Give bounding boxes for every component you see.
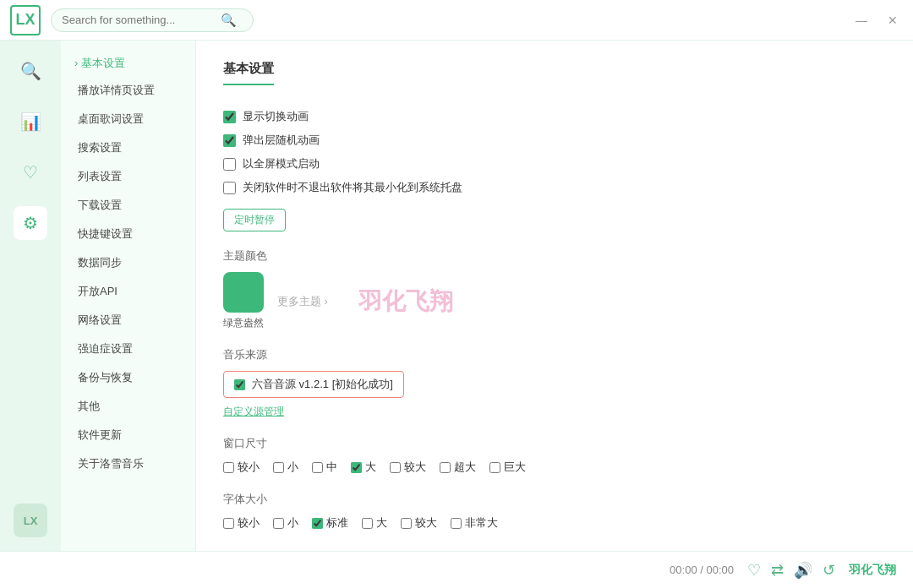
checkbox-row-1: 弹出层随机动画: [223, 133, 886, 148]
nav-item-backup[interactable]: 备份与恢复: [61, 363, 195, 392]
nav-item-network[interactable]: 网络设置: [61, 306, 195, 335]
more-theme-link[interactable]: 更多主题 ›: [277, 294, 328, 309]
theme-row: 绿意盎然 更多主题 › 羽化飞翔: [223, 272, 886, 330]
sidebar-bottom: LX: [14, 504, 47, 537]
nav-item-update[interactable]: 软件更新: [61, 421, 195, 449]
manage-source-button[interactable]: 自定义源管理: [223, 405, 284, 419]
nav-item-datasync[interactable]: 数据同步: [61, 248, 195, 277]
nav-item-other[interactable]: 其他: [61, 392, 195, 421]
size-cb-3[interactable]: [351, 462, 362, 473]
search-input[interactable]: [62, 14, 214, 26]
footer-repeat-icon[interactable]: ↺: [823, 561, 835, 580]
sidebar-logo-bottom: LX: [14, 504, 47, 537]
minimize-button[interactable]: —: [850, 12, 872, 29]
size-label-4: 较大: [404, 460, 426, 475]
title-bar-left: LX 🔍: [10, 5, 254, 35]
checkbox-label-0: 显示切换动画: [243, 109, 309, 124]
nav-item-desktop-lyrics[interactable]: 桌面歌词设置: [61, 105, 195, 133]
checkbox-row-2: 以全屏模式启动: [223, 156, 886, 172]
font-size-section: 字体大小 较小 小 标准 大: [223, 492, 886, 531]
checkbox-animation[interactable]: [223, 111, 236, 123]
size-cb-1[interactable]: [273, 462, 284, 473]
theme-swatch[interactable]: [223, 272, 264, 313]
font-opt-4: 较大: [401, 515, 437, 531]
size-cb-6[interactable]: [489, 462, 500, 473]
theme-watermark: 羽化飞翔: [358, 286, 453, 318]
checkbox-row-3: 关闭软件时不退出软件将其最小化到系统托盘: [223, 180, 886, 195]
size-cb-0[interactable]: [223, 462, 234, 473]
size-cb-5[interactable]: [440, 462, 451, 473]
size-opt-6: 巨大: [489, 460, 526, 475]
footer-watermark: 羽化飞翔: [849, 563, 896, 578]
checkbox-popup-anim[interactable]: [223, 134, 236, 147]
font-cb-2[interactable]: [312, 518, 323, 529]
font-opt-3: 大: [362, 515, 387, 531]
footer-volume-icon[interactable]: 🔊: [794, 561, 812, 580]
font-cb-5[interactable]: [451, 518, 462, 529]
font-label-1: 小: [287, 515, 298, 531]
size-label-1: 小: [287, 460, 298, 475]
title-bar: LX 🔍 — ✕: [0, 0, 913, 41]
font-opt-1: 小: [273, 515, 298, 531]
size-label-3: 大: [365, 460, 376, 475]
checkbox-row-0: 显示切换动画: [223, 109, 886, 124]
nav-item-download[interactable]: 下载设置: [61, 191, 195, 220]
nav-item-ocd[interactable]: 强迫症设置: [61, 335, 195, 363]
checkbox-label-3: 关闭软件时不退出软件将其最小化到系统托盘: [243, 180, 462, 195]
size-opt-2: 中: [312, 460, 337, 475]
close-button[interactable]: ✕: [883, 12, 903, 29]
nav-item-search[interactable]: 搜索设置: [61, 133, 195, 162]
window-size-label: 窗口尺寸: [223, 436, 886, 451]
font-cb-4[interactable]: [401, 518, 412, 529]
source-checkbox[interactable]: [234, 379, 245, 390]
font-label-5: 非常大: [465, 515, 498, 531]
footer-bar: 00:00 / 00:00 ♡ ⇄ 🔊 ↺ 羽化飞翔: [0, 551, 913, 588]
nav-item-openapi[interactable]: 开放API: [61, 277, 195, 306]
font-cb-3[interactable]: [362, 518, 373, 529]
size-opt-0: 较小: [223, 460, 260, 475]
size-label-6: 巨大: [504, 460, 526, 475]
music-source-label: 音乐来源: [223, 347, 886, 362]
theme-label: 主题颜色: [223, 248, 886, 264]
music-source-section: 音乐来源 六音音源 v1.2.1 [初始化成功] 自定义源管理: [223, 347, 886, 419]
search-bar: 🔍: [51, 8, 254, 32]
checkbox-label-2: 以全屏模式启动: [243, 156, 320, 172]
nav-item-about[interactable]: 关于洛雪音乐: [61, 449, 195, 478]
checkbox-minimize-tray[interactable]: [223, 182, 236, 194]
size-cb-4[interactable]: [390, 462, 401, 473]
font-cb-1[interactable]: [273, 518, 284, 529]
font-size-row: 较小 小 标准 大 较大: [223, 515, 886, 531]
content-area: 基本设置 显示切换动画 弹出层随机动画 以全屏模式启动 关闭软件时不退出软件将其…: [196, 41, 913, 551]
footer-heart-icon[interactable]: ♡: [747, 561, 761, 580]
footer-icons: ♡ ⇄ 🔊 ↺: [747, 561, 835, 580]
footer-shuffle-icon[interactable]: ⇄: [771, 561, 784, 580]
nav-item-playdetail[interactable]: 播放详情页设置: [61, 76, 195, 105]
font-label-3: 大: [376, 515, 387, 531]
footer-time: 00:00 / 00:00: [670, 564, 734, 576]
sidebar-icon-settings[interactable]: ⚙: [14, 206, 47, 240]
checkbox-label-1: 弹出层随机动画: [243, 133, 320, 148]
source-item: 六音音源 v1.2.1 [初始化成功]: [223, 371, 404, 398]
timer-pause-button[interactable]: 定时暂停: [223, 209, 286, 231]
font-opt-5: 非常大: [451, 515, 498, 531]
size-opt-4: 较大: [390, 460, 426, 475]
nav-item-shortcut[interactable]: 快捷键设置: [61, 220, 195, 248]
theme-swatch-container: 绿意盎然: [223, 272, 264, 330]
nav-section-header[interactable]: › 基本设置: [61, 51, 195, 76]
size-label-5: 超大: [454, 460, 476, 475]
search-icon[interactable]: 🔍: [221, 13, 237, 28]
nav-panel: › 基本设置 播放详情页设置 桌面歌词设置 搜索设置 列表设置 下载设置 快捷键…: [61, 41, 196, 551]
size-label-2: 中: [326, 460, 337, 475]
size-cb-2[interactable]: [312, 462, 323, 473]
font-label-4: 较大: [415, 515, 437, 531]
window-size-row: 较小 小 中 大 较大: [223, 460, 886, 475]
window-size-section: 窗口尺寸 较小 小 中 大: [223, 436, 886, 475]
sidebar-icon-heart[interactable]: ♡: [14, 155, 47, 189]
sidebar-icon-chart[interactable]: 📊: [14, 105, 47, 139]
font-cb-0[interactable]: [223, 518, 234, 529]
nav-item-list[interactable]: 列表设置: [61, 162, 195, 191]
sidebar-icon-search[interactable]: 🔍: [14, 54, 47, 88]
size-opt-5: 超大: [440, 460, 476, 475]
source-name: 六音音源 v1.2.1 [初始化成功]: [252, 377, 393, 392]
checkbox-fullscreen[interactable]: [223, 158, 236, 171]
